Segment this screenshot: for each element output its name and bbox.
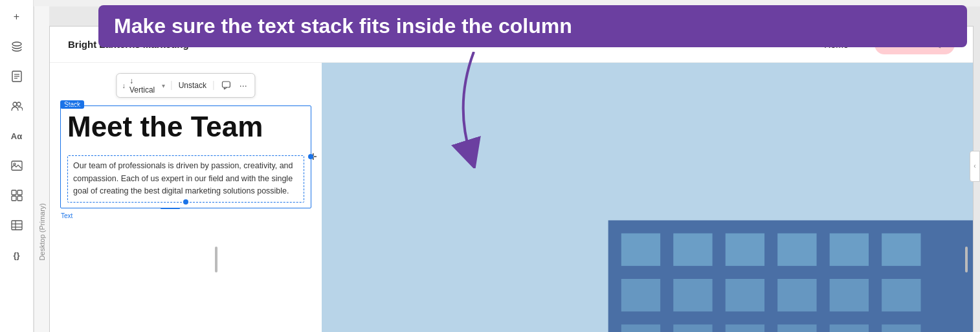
svg-rect-10 — [17, 190, 22, 195]
svg-point-8 — [14, 163, 16, 165]
toolbar-more-icon[interactable]: ··· — [237, 78, 250, 93]
svg-rect-25 — [830, 234, 869, 266]
toolbar-unstack-label[interactable]: Unstack — [179, 81, 206, 90]
selection-handle-right[interactable] — [308, 154, 313, 159]
svg-rect-28 — [673, 279, 712, 311]
components-icon[interactable] — [8, 186, 26, 205]
svg-rect-31 — [830, 279, 869, 311]
right-resize-handle[interactable] — [965, 247, 968, 272]
left-resize-handle[interactable] — [215, 247, 217, 272]
svg-rect-36 — [777, 324, 816, 332]
toolbar-dropdown-arrow[interactable]: ▾ — [162, 82, 165, 89]
layers-icon[interactable] — [8, 38, 26, 56]
right-panel-toggle[interactable]: ‹ — [970, 151, 980, 182]
selection-handle-bottom[interactable] — [183, 199, 188, 205]
svg-rect-38 — [882, 324, 920, 332]
chevron-left-icon: ‹ — [974, 162, 975, 170]
svg-rect-29 — [726, 279, 764, 311]
svg-point-6 — [17, 102, 21, 106]
svg-rect-18 — [223, 82, 230, 87]
code-icon[interactable]: {} — [8, 246, 26, 264]
toolbar-divider-2 — [213, 81, 214, 90]
stack-toolbar: ↓ ↓ Vertical ▾ Unstack — [116, 73, 255, 98]
svg-rect-24 — [777, 234, 816, 266]
svg-point-5 — [13, 102, 17, 106]
svg-rect-30 — [777, 279, 816, 311]
content-section: ↓ ↓ Vertical ▾ Unstack — [50, 63, 973, 332]
svg-rect-23 — [726, 234, 764, 266]
svg-rect-27 — [621, 279, 660, 311]
toolbar-vertical-label[interactable]: ↓ Vertical — [129, 76, 158, 94]
right-column-image — [322, 63, 973, 332]
main-canvas: Make sure the text stack fits inside the… — [34, 0, 980, 332]
svg-rect-32 — [882, 279, 920, 311]
building-svg — [322, 63, 973, 332]
desktop-primary-label: Desktop (Primary) — [34, 6, 49, 332]
text-type-label: Text — [61, 212, 72, 219]
annotation-banner: Make sure the text stack fits inside the… — [98, 5, 967, 47]
text-content-box: Our team of professionals is driven by p… — [67, 155, 304, 202]
svg-rect-21 — [621, 234, 660, 266]
svg-rect-11 — [12, 196, 16, 201]
meet-team-heading: Meet the Team — [67, 111, 304, 142]
svg-rect-22 — [673, 234, 712, 266]
svg-rect-34 — [673, 324, 712, 332]
toolbar-divider-1 — [172, 81, 172, 90]
svg-rect-33 — [621, 324, 660, 332]
svg-rect-37 — [830, 324, 869, 332]
people-icon[interactable] — [8, 97, 26, 115]
web-preview: Bright Lanterns Marketing Home Contact U… — [49, 26, 974, 332]
svg-rect-13 — [12, 221, 22, 230]
sidebar: + Aα — [0, 0, 34, 332]
svg-point-0 — [12, 42, 21, 46]
toolbar-chat-icon[interactable] — [220, 78, 233, 93]
text-stack-box: Meet the Team Text Our team of professio… — [60, 105, 311, 208]
left-column: ↓ ↓ Vertical ▾ Unstack — [50, 63, 322, 332]
annotation-text: Make sure the text stack fits inside the… — [114, 14, 572, 38]
svg-rect-35 — [726, 324, 764, 332]
text-icon[interactable]: Aα — [8, 127, 26, 145]
text-underline — [161, 208, 180, 209]
toolbar-arrow-icon: ↓ — [122, 82, 126, 89]
page-icon[interactable] — [8, 67, 26, 85]
canvas-area: Desktop (Primary) Bright Lanterns Market… — [34, 6, 980, 332]
image-icon[interactable] — [8, 157, 26, 175]
svg-rect-9 — [12, 190, 16, 195]
body-text: Our team of professionals is driven by p… — [73, 160, 298, 197]
svg-rect-26 — [882, 234, 920, 266]
plus-icon[interactable]: + — [8, 8, 26, 26]
svg-rect-12 — [17, 196, 22, 201]
table-icon[interactable] — [8, 216, 26, 234]
